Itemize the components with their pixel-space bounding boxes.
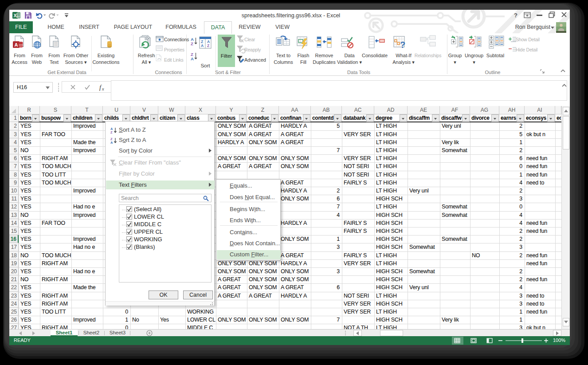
svg-text:Z: Z: [191, 41, 193, 46]
svg-text:A: A: [191, 56, 194, 61]
svg-text:A: A: [15, 42, 18, 47]
svg-text:X: X: [13, 13, 16, 18]
svg-text:Filter: Filter: [221, 53, 232, 59]
svg-text:A: A: [110, 141, 113, 145]
svg-text:Sort: Sort: [200, 63, 210, 68]
svg-text:Z: Z: [207, 43, 209, 48]
svg-text:?: ?: [400, 40, 405, 50]
svg-text:x: x: [102, 86, 104, 91]
svg-text:A: A: [201, 43, 204, 48]
svg-text:Z: Z: [110, 130, 113, 134]
